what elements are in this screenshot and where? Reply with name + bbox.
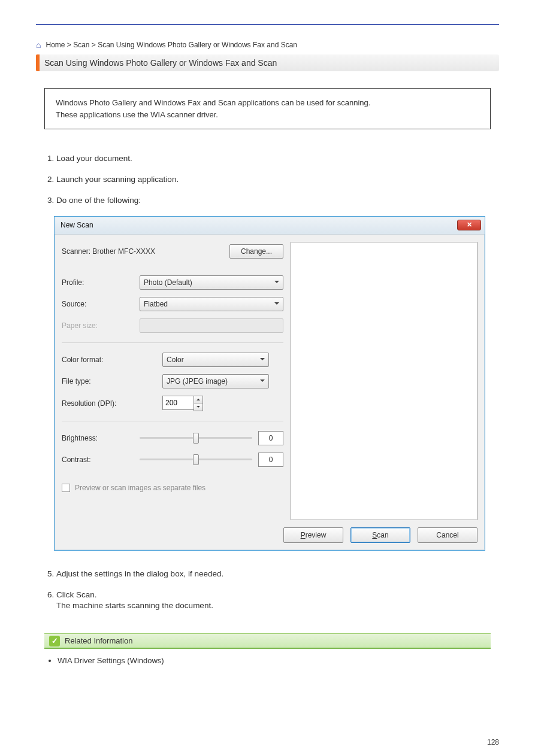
dialog-button-bar: Preview Scan Cancel <box>55 527 485 550</box>
page-heading: Scan Using Windows Photo Gallery or Wind… <box>44 58 277 68</box>
spin-down-button[interactable] <box>194 403 203 411</box>
slider-thumb[interactable] <box>193 454 199 465</box>
filetype-select[interactable]: JPG (JPEG image) <box>162 374 269 388</box>
contrast-slider[interactable] <box>140 453 252 467</box>
dialog-title: New Scan <box>61 221 457 229</box>
related-heading: Related Information <box>65 636 132 645</box>
new-scan-dialog: New Scan ✕ Scanner: Brother MFC-XXXX Cha… <box>54 216 485 551</box>
chevron-down-icon <box>260 379 265 384</box>
top-rule <box>36 24 499 25</box>
step-1: Load your document. <box>56 153 491 165</box>
chevron-down-icon <box>274 302 279 307</box>
contrast-value: 0 <box>258 453 283 467</box>
profile-value: Photo (Default) <box>144 278 192 287</box>
close-button[interactable]: ✕ <box>457 220 481 230</box>
step-5: Adjust the settings in the dialog box, i… <box>56 569 491 580</box>
heading-bar: Scan Using Windows Photo Gallery or Wind… <box>36 54 499 71</box>
scanner-label: Scanner: Brother MFC-XXXX <box>62 247 229 256</box>
page-number: 128 <box>487 738 499 746</box>
filetype-value: JPG (JPEG image) <box>167 377 228 385</box>
triangle-up-icon <box>197 397 200 400</box>
heading-accent <box>36 54 40 71</box>
papersize-select <box>140 318 283 333</box>
breadcrumb-text: Home > Scan > Scan Using Windows Photo G… <box>46 41 297 49</box>
slider-thumb[interactable] <box>193 433 199 444</box>
separate-files-label: Preview or scan images as separate files <box>75 484 205 492</box>
preview-button[interactable]: Preview <box>283 527 343 543</box>
brightness-slider[interactable] <box>140 431 252 445</box>
separate-files-checkbox[interactable] <box>62 484 70 492</box>
settings-panel: Scanner: Brother MFC-XXXX Change... Prof… <box>62 242 283 520</box>
cancel-button[interactable]: Cancel <box>418 527 477 543</box>
resolution-input[interactable] <box>162 396 194 410</box>
brightness-label: Brightness: <box>62 434 140 442</box>
info-line-1: Windows Photo Gallery and Windows Fax an… <box>56 97 479 109</box>
breadcrumb: ⌂ Home > Scan > Scan Using Windows Photo… <box>36 40 499 50</box>
chevron-down-icon <box>260 358 265 363</box>
triangle-down-icon <box>197 406 200 409</box>
contrast-label: Contrast: <box>62 456 140 464</box>
brightness-value: 0 <box>258 431 283 445</box>
info-line-2: These applications use the WIA scanner d… <box>56 109 479 121</box>
separator <box>62 342 283 343</box>
scan-button[interactable]: Scan <box>350 527 410 543</box>
resolution-label: Resolution (DPI): <box>62 399 162 408</box>
separator <box>62 421 283 421</box>
change-scanner-button[interactable]: Change... <box>229 244 283 259</box>
step-2: Launch your scanning application. <box>56 174 491 186</box>
related-info-bar: ✓ Related Information <box>44 633 491 649</box>
preview-pane <box>291 242 477 520</box>
source-label: Source: <box>62 300 140 308</box>
info-box: Windows Photo Gallery and Windows Fax an… <box>44 88 491 129</box>
source-value: Flatbed <box>144 300 168 308</box>
profile-select[interactable]: Photo (Default) <box>140 275 283 290</box>
home-icon: ⌂ <box>36 40 41 50</box>
step-6: Click Scan. The machine starts scanning … <box>56 590 491 612</box>
source-select[interactable]: Flatbed <box>140 297 283 311</box>
post-steps: Adjust the settings in the dialog box, i… <box>36 569 499 612</box>
colorformat-value: Color <box>167 356 184 364</box>
colorformat-select[interactable]: Color <box>162 353 269 367</box>
check-icon: ✓ <box>49 636 60 646</box>
papersize-label: Paper size: <box>62 321 140 330</box>
step-3: Do one of the following: <box>56 195 491 207</box>
profile-label: Profile: <box>62 278 140 287</box>
spin-up-button[interactable] <box>194 396 203 403</box>
colorformat-label: Color format: <box>62 356 162 364</box>
intro-steps: Load your document. Launch your scanning… <box>36 153 499 207</box>
related-item-1[interactable]: WIA Driver Settings (Windows) <box>58 656 491 665</box>
chevron-down-icon <box>274 281 279 286</box>
related-list: WIA Driver Settings (Windows) <box>58 656 491 665</box>
resolution-spinner[interactable] <box>162 396 203 411</box>
filetype-label: File type: <box>62 377 162 385</box>
dialog-titlebar: New Scan ✕ <box>55 217 485 235</box>
